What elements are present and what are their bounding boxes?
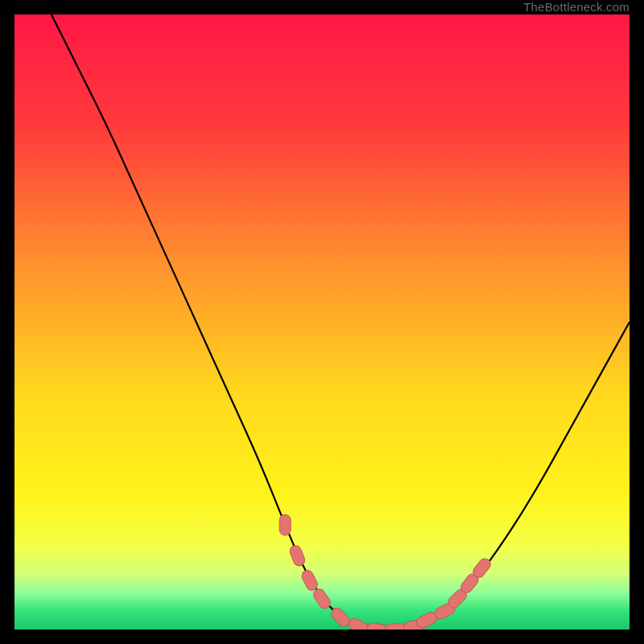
curve-marker [288,544,307,568]
watermark-text: TheBottleneck.com [523,0,630,14]
bottleneck-curve [14,14,630,630]
curve-marker [386,624,407,630]
curve-marker [279,514,291,535]
plot-area [14,14,630,630]
chart-frame: TheBottleneck.com [0,0,644,644]
